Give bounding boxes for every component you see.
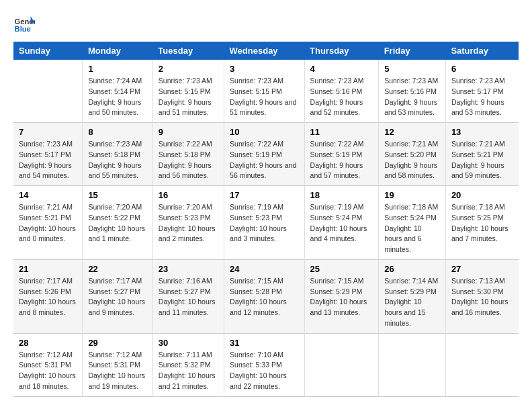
- calendar-cell: 13Sunrise: 7:21 AMSunset: 5:21 PMDayligh…: [445, 123, 519, 186]
- day-number: 29: [88, 338, 146, 348]
- calendar-cell: 28Sunrise: 7:12 AMSunset: 5:31 PMDayligh…: [13, 333, 83, 396]
- calendar-cell: 7Sunrise: 7:23 AMSunset: 5:17 PMDaylight…: [13, 123, 83, 186]
- day-info: Sunrise: 7:22 AMSunset: 5:19 PMDaylight:…: [310, 139, 373, 181]
- day-number: 19: [384, 190, 440, 200]
- logo: General Blue: [13, 13, 38, 35]
- day-info: Sunrise: 7:19 AMSunset: 5:23 PMDaylight:…: [230, 202, 298, 244]
- day-info: Sunrise: 7:14 AMSunset: 5:29 PMDaylight:…: [384, 276, 440, 329]
- calendar-week-row: 28Sunrise: 7:12 AMSunset: 5:31 PMDayligh…: [13, 333, 519, 396]
- calendar-cell: 3Sunrise: 7:23 AMSunset: 5:15 PMDaylight…: [224, 60, 304, 123]
- day-number: 28: [19, 338, 77, 348]
- calendar-cell: 27Sunrise: 7:13 AMSunset: 5:30 PMDayligh…: [445, 259, 519, 333]
- day-number: 5: [384, 64, 440, 74]
- calendar-cell: 15Sunrise: 7:20 AMSunset: 5:22 PMDayligh…: [83, 186, 152, 260]
- calendar-cell: 8Sunrise: 7:23 AMSunset: 5:18 PMDaylight…: [83, 123, 152, 186]
- calendar-cell: 20Sunrise: 7:18 AMSunset: 5:25 PMDayligh…: [445, 186, 519, 260]
- calendar-cell: 4Sunrise: 7:23 AMSunset: 5:16 PMDaylight…: [304, 60, 379, 123]
- day-info: Sunrise: 7:23 AMSunset: 5:15 PMDaylight:…: [159, 76, 218, 118]
- calendar-table: SundayMondayTuesdayWednesdayThursdayFrid…: [13, 42, 519, 397]
- day-number: 11: [310, 127, 373, 137]
- day-info: Sunrise: 7:21 AMSunset: 5:20 PMDaylight:…: [384, 139, 440, 181]
- day-info: Sunrise: 7:11 AMSunset: 5:32 PMDaylight:…: [159, 350, 218, 392]
- day-number: 4: [310, 64, 373, 74]
- day-info: Sunrise: 7:23 AMSunset: 5:16 PMDaylight:…: [310, 76, 373, 118]
- day-number: 2: [159, 64, 218, 74]
- day-info: Sunrise: 7:23 AMSunset: 5:17 PMDaylight:…: [451, 76, 513, 118]
- day-header-monday: Monday: [83, 42, 152, 60]
- calendar-cell: 5Sunrise: 7:23 AMSunset: 5:16 PMDaylight…: [379, 60, 446, 123]
- day-number: 16: [159, 190, 218, 200]
- day-info: Sunrise: 7:17 AMSunset: 5:26 PMDaylight:…: [19, 276, 77, 318]
- day-info: Sunrise: 7:23 AMSunset: 5:18 PMDaylight:…: [88, 139, 146, 181]
- day-number: 20: [451, 190, 513, 200]
- day-info: Sunrise: 7:10 AMSunset: 5:33 PMDaylight:…: [230, 350, 298, 392]
- calendar-cell: 23Sunrise: 7:16 AMSunset: 5:27 PMDayligh…: [152, 259, 224, 333]
- calendar-cell: 19Sunrise: 7:18 AMSunset: 5:24 PMDayligh…: [379, 186, 446, 260]
- day-info: Sunrise: 7:20 AMSunset: 5:22 PMDaylight:…: [88, 202, 146, 244]
- day-info: Sunrise: 7:23 AMSunset: 5:16 PMDaylight:…: [384, 76, 440, 118]
- calendar-cell: 6Sunrise: 7:23 AMSunset: 5:17 PMDaylight…: [445, 60, 519, 123]
- calendar-cell: [445, 333, 519, 396]
- day-header-tuesday: Tuesday: [152, 42, 224, 60]
- day-info: Sunrise: 7:15 AMSunset: 5:28 PMDaylight:…: [230, 276, 298, 318]
- day-number: 7: [19, 127, 77, 137]
- day-info: Sunrise: 7:24 AMSunset: 5:14 PMDaylight:…: [88, 76, 146, 118]
- calendar-cell: 10Sunrise: 7:22 AMSunset: 5:19 PMDayligh…: [224, 123, 304, 186]
- day-info: Sunrise: 7:22 AMSunset: 5:18 PMDaylight:…: [159, 139, 218, 181]
- calendar-cell: 24Sunrise: 7:15 AMSunset: 5:28 PMDayligh…: [224, 259, 304, 333]
- calendar-week-row: 7Sunrise: 7:23 AMSunset: 5:17 PMDaylight…: [13, 123, 519, 186]
- day-info: Sunrise: 7:18 AMSunset: 5:24 PMDaylight:…: [384, 202, 440, 255]
- day-info: Sunrise: 7:12 AMSunset: 5:31 PMDaylight:…: [19, 350, 77, 392]
- calendar-cell: 16Sunrise: 7:20 AMSunset: 5:23 PMDayligh…: [152, 186, 224, 260]
- day-number: 30: [159, 338, 218, 348]
- calendar-week-row: 21Sunrise: 7:17 AMSunset: 5:26 PMDayligh…: [13, 259, 519, 333]
- calendar-cell: [304, 333, 379, 396]
- calendar-cell: 18Sunrise: 7:19 AMSunset: 5:24 PMDayligh…: [304, 186, 379, 260]
- day-info: Sunrise: 7:13 AMSunset: 5:30 PMDaylight:…: [451, 276, 513, 318]
- day-number: 6: [451, 64, 513, 74]
- calendar-week-row: 1Sunrise: 7:24 AMSunset: 5:14 PMDaylight…: [13, 60, 519, 123]
- day-info: Sunrise: 7:20 AMSunset: 5:23 PMDaylight:…: [159, 202, 218, 244]
- calendar-header-row: SundayMondayTuesdayWednesdayThursdayFrid…: [13, 42, 519, 60]
- page-header: General Blue: [13, 13, 519, 35]
- calendar-cell: [379, 333, 446, 396]
- calendar-cell: 14Sunrise: 7:21 AMSunset: 5:21 PMDayligh…: [13, 186, 83, 260]
- calendar-cell: 2Sunrise: 7:23 AMSunset: 5:15 PMDaylight…: [152, 60, 224, 123]
- calendar-cell: 12Sunrise: 7:21 AMSunset: 5:20 PMDayligh…: [379, 123, 446, 186]
- day-number: 17: [230, 190, 298, 200]
- day-info: Sunrise: 7:17 AMSunset: 5:27 PMDaylight:…: [88, 276, 146, 318]
- calendar-cell: 11Sunrise: 7:22 AMSunset: 5:19 PMDayligh…: [304, 123, 379, 186]
- day-number: 10: [230, 127, 298, 137]
- calendar-cell: [13, 60, 83, 123]
- calendar-cell: 22Sunrise: 7:17 AMSunset: 5:27 PMDayligh…: [83, 259, 152, 333]
- day-header-sunday: Sunday: [13, 42, 83, 60]
- svg-text:Blue: Blue: [15, 25, 31, 33]
- day-number: 8: [88, 127, 146, 137]
- day-info: Sunrise: 7:18 AMSunset: 5:25 PMDaylight:…: [451, 202, 513, 244]
- day-number: 13: [451, 127, 513, 137]
- day-number: 26: [384, 264, 440, 274]
- day-number: 27: [451, 264, 513, 274]
- day-header-wednesday: Wednesday: [224, 42, 304, 60]
- day-number: 23: [159, 264, 218, 274]
- day-header-saturday: Saturday: [445, 42, 519, 60]
- day-number: 3: [230, 64, 298, 74]
- calendar-cell: 29Sunrise: 7:12 AMSunset: 5:31 PMDayligh…: [83, 333, 152, 396]
- day-number: 24: [230, 264, 298, 274]
- day-number: 12: [384, 127, 440, 137]
- day-number: 18: [310, 190, 373, 200]
- day-info: Sunrise: 7:23 AMSunset: 5:17 PMDaylight:…: [19, 139, 77, 181]
- day-header-friday: Friday: [379, 42, 446, 60]
- day-info: Sunrise: 7:21 AMSunset: 5:21 PMDaylight:…: [19, 202, 77, 244]
- day-number: 31: [230, 338, 298, 348]
- day-number: 9: [159, 127, 218, 137]
- day-info: Sunrise: 7:23 AMSunset: 5:15 PMDaylight:…: [230, 76, 298, 118]
- day-number: 22: [88, 264, 146, 274]
- calendar-week-row: 14Sunrise: 7:21 AMSunset: 5:21 PMDayligh…: [13, 186, 519, 260]
- day-number: 21: [19, 264, 77, 274]
- day-number: 25: [310, 264, 373, 274]
- calendar-cell: 25Sunrise: 7:15 AMSunset: 5:29 PMDayligh…: [304, 259, 379, 333]
- calendar-cell: 1Sunrise: 7:24 AMSunset: 5:14 PMDaylight…: [83, 60, 152, 123]
- calendar-cell: 21Sunrise: 7:17 AMSunset: 5:26 PMDayligh…: [13, 259, 83, 333]
- day-header-thursday: Thursday: [304, 42, 379, 60]
